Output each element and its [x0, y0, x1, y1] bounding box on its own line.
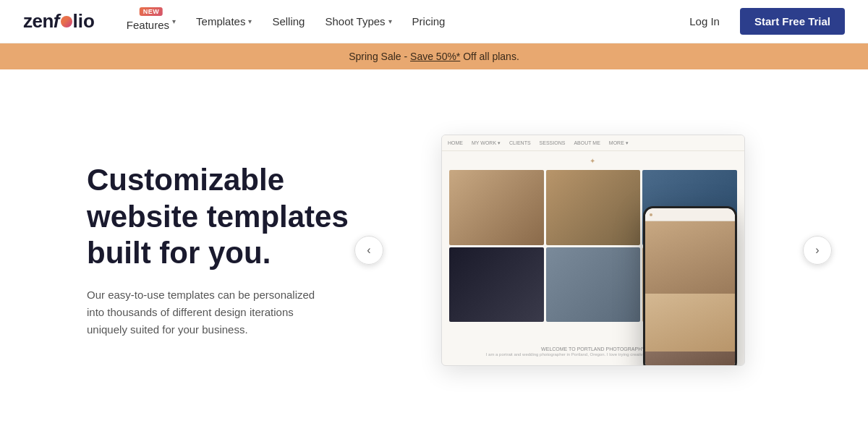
login-button[interactable]: Log In	[681, 9, 728, 33]
logo-lio: lio	[73, 10, 95, 33]
banner-suffix: Off all plans.	[463, 51, 519, 62]
nav-item-templates[interactable]: Templates ▾	[187, 9, 260, 33]
hero-description: Our easy-to-use templates can be persona…	[87, 286, 326, 338]
navbar: zen f lio NEW Features ▾ Templates ▾ Sel…	[0, 0, 868, 43]
mockup-nav-about: ABOUT ME	[574, 140, 600, 145]
banner-prefix: Spring Sale -	[349, 51, 410, 62]
mockup-nav-home: HOME	[448, 140, 463, 145]
photo-cell-1	[449, 170, 544, 245]
promo-banner: Spring Sale - Save 50%* Off all plans.	[0, 43, 868, 69]
mockup-nav-bar: HOME MY WORK ▾ CLIENTS SESSIONS ABOUT ME…	[442, 135, 744, 151]
logo[interactable]: zen f lio	[23, 10, 95, 33]
logo-o-circle	[61, 16, 72, 27]
phone-inner	[645, 208, 735, 366]
photo-cell-4	[449, 247, 544, 323]
next-icon: ›	[815, 244, 819, 257]
carousel-prev-button[interactable]: ‹	[354, 236, 383, 265]
phone-photo-2	[645, 294, 735, 352]
hero-section: Customizable website templates built for…	[0, 69, 868, 426]
photo-cell-5	[546, 247, 641, 323]
nav-item-features[interactable]: NEW Features ▾	[118, 6, 184, 37]
mockup-logo: ✦	[590, 157, 597, 165]
features-label: Features	[127, 19, 169, 31]
phone-nav-bar	[645, 208, 735, 221]
shoot-types-label: Shoot Types	[325, 15, 385, 27]
phone-photo-1	[645, 221, 735, 294]
mockup-nav-clients: CLIENTS	[509, 140, 531, 145]
new-badge: NEW	[140, 7, 163, 16]
trial-button[interactable]: Start Free Trial	[740, 8, 845, 35]
nav-item-selling[interactable]: Selling	[263, 9, 313, 33]
nav-right: Log In Start Free Trial	[681, 8, 845, 35]
mockup-nav-work: MY WORK ▾	[472, 140, 501, 146]
phone-mockup	[643, 206, 737, 366]
photo-cell-2	[546, 170, 641, 245]
carousel-next-button[interactable]: ›	[803, 236, 832, 265]
templates-arrow: ▾	[248, 17, 252, 25]
nav-item-shoot-types[interactable]: Shoot Types ▾	[316, 9, 400, 33]
selling-label: Selling	[272, 15, 305, 27]
features-arrow: ▾	[172, 17, 176, 25]
logo-f: f	[54, 10, 60, 33]
mockup-nav-more: MORE ▾	[609, 140, 629, 146]
shoot-types-arrow: ▾	[388, 17, 392, 25]
prev-icon: ‹	[367, 244, 370, 257]
pricing-label: Pricing	[412, 15, 446, 27]
phone-nav-dot	[650, 213, 652, 216]
nav-item-pricing[interactable]: Pricing	[404, 9, 454, 33]
hero-title: Customizable website templates built for…	[87, 162, 362, 271]
templates-label: Templates	[196, 15, 245, 27]
nav-links: NEW Features ▾ Templates ▾ Selling Shoot…	[118, 6, 681, 37]
hero-mockup: ‹ HOME MY WORK ▾ CLIENTS SESSIONS ABOUT …	[362, 98, 825, 402]
phone-photo-3	[645, 352, 735, 366]
mockup-nav-sessions: SESSIONS	[540, 140, 566, 145]
hero-text: Customizable website templates built for…	[87, 162, 362, 338]
logo-zen: zen	[23, 10, 54, 33]
banner-link[interactable]: Save 50%*	[410, 51, 460, 62]
desktop-mockup: HOME MY WORK ▾ CLIENTS SESSIONS ABOUT ME…	[441, 135, 745, 366]
